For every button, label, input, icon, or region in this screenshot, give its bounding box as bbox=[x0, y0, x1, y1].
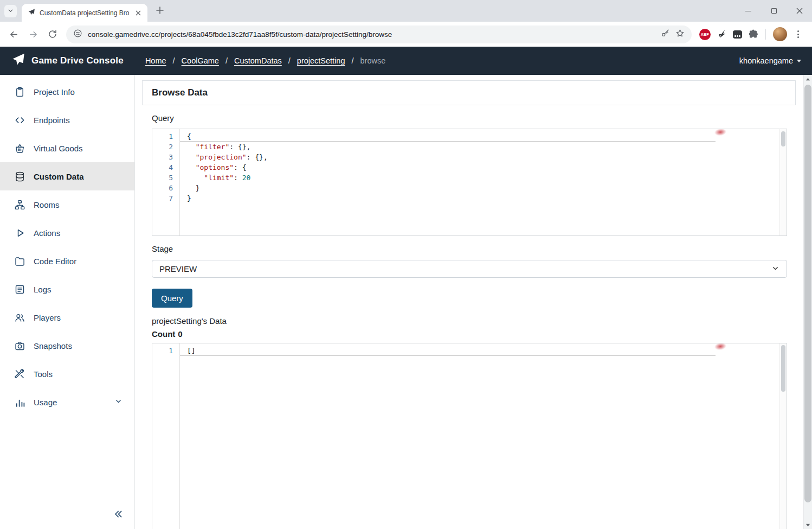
sidebar-item-endpoints[interactable]: Endpoints bbox=[0, 106, 134, 134]
sidebar-item-project-info[interactable]: Project Info bbox=[0, 78, 134, 106]
breadcrumb-separator: / bbox=[173, 56, 175, 65]
code-area[interactable]: { "filter": {}, "projection": {}, "optio… bbox=[180, 129, 779, 235]
collapse-sidebar-button[interactable] bbox=[111, 507, 126, 524]
tools-icon bbox=[14, 368, 25, 380]
sidebar-item-virtual-goods[interactable]: Virtual Goods bbox=[0, 134, 134, 162]
code-line: } bbox=[180, 183, 779, 193]
sidebar-item-custom-data[interactable]: Custom Data bbox=[0, 162, 134, 190]
editor-scrollbar[interactable] bbox=[779, 343, 787, 529]
stage-select[interactable]: PREVIEW bbox=[152, 260, 787, 278]
sidebar-item-usage[interactable]: Usage bbox=[0, 388, 134, 416]
sidebar-item-players[interactable]: Players bbox=[0, 303, 134, 332]
omnibox[interactable]: console.gamedrive.cc/projects/68a045fbde… bbox=[66, 26, 692, 43]
new-tab-button[interactable] bbox=[153, 3, 167, 17]
code-line: { bbox=[180, 131, 779, 142]
code-line: "projection": {}, bbox=[180, 152, 779, 162]
dark-extension-icon[interactable] bbox=[718, 29, 726, 40]
tab-close-button[interactable] bbox=[133, 8, 143, 18]
bookmark-star-icon[interactable] bbox=[675, 29, 685, 40]
browser-tab[interactable]: CustomData projectSetting Bro bbox=[22, 4, 147, 22]
breadcrumb-separator: / bbox=[225, 56, 228, 65]
sidebar-item-rooms[interactable]: Rooms bbox=[0, 190, 134, 219]
tab-favicon bbox=[28, 8, 35, 18]
window-controls bbox=[736, 0, 812, 22]
result-editor[interactable]: 1 [] bbox=[152, 343, 787, 529]
browser-titlebar: CustomData projectSetting Bro bbox=[0, 0, 812, 22]
reload-button[interactable] bbox=[43, 25, 62, 43]
breadcrumb-projectsetting[interactable]: projectSetting bbox=[297, 56, 345, 65]
minimize-button[interactable] bbox=[736, 0, 761, 22]
editor-scrollbar[interactable] bbox=[779, 129, 787, 235]
query-button[interactable]: Query bbox=[152, 289, 192, 308]
code-area[interactable]: [] bbox=[180, 343, 779, 529]
profile-avatar[interactable] bbox=[773, 27, 787, 41]
caret-down-icon bbox=[797, 60, 801, 62]
query-editor[interactable]: 1 2 3 4 5 6 7 { "filter": {}, "projectio… bbox=[152, 129, 787, 236]
breadcrumb-coolgame[interactable]: CoolGame bbox=[182, 56, 219, 65]
line-number: 1 bbox=[152, 131, 179, 142]
scroll-down-arrow-icon bbox=[805, 522, 810, 527]
extensions-area: ABP bbox=[697, 27, 808, 41]
count-row: Count0 bbox=[152, 329, 787, 339]
close-icon bbox=[796, 8, 803, 14]
database-icon bbox=[14, 171, 25, 182]
maximize-button[interactable] bbox=[761, 0, 787, 22]
editor-scroll-thumb[interactable] bbox=[781, 345, 785, 392]
sidebar: Project Info Endpoints Virtual Goods Cus… bbox=[0, 75, 135, 529]
line-number: 2 bbox=[152, 142, 179, 152]
breadcrumb-separator: / bbox=[352, 56, 354, 65]
sidebar-item-label: Rooms bbox=[34, 200, 60, 209]
line-number: 4 bbox=[152, 162, 179, 173]
brand-home-link[interactable]: Game Drive Console bbox=[11, 52, 124, 69]
scroll-down-button[interactable] bbox=[804, 520, 812, 529]
menu-extension-icon[interactable] bbox=[733, 30, 742, 39]
tab-search-button[interactable] bbox=[4, 5, 17, 17]
breadcrumb-customdatas[interactable]: CustomDatas bbox=[234, 56, 282, 65]
url-text[interactable]: console.gamedrive.cc/projects/68a045fbde… bbox=[88, 30, 655, 39]
basket-icon bbox=[14, 143, 25, 154]
chevron-down-icon bbox=[114, 397, 123, 407]
chevron-down-icon bbox=[771, 264, 779, 274]
page-scrollbar[interactable] bbox=[803, 75, 812, 529]
browser-toolbar: console.gamedrive.cc/projects/68a045fbde… bbox=[0, 22, 812, 47]
sidebar-item-tools[interactable]: Tools bbox=[0, 360, 134, 388]
sidebar-item-snapshots[interactable]: Snapshots bbox=[0, 332, 134, 360]
hierarchy-icon bbox=[14, 199, 25, 211]
breadcrumb-home[interactable]: Home bbox=[145, 56, 166, 65]
sidebar-item-label: Code Editor bbox=[34, 257, 76, 266]
extensions-puzzle-icon[interactable] bbox=[749, 29, 758, 40]
forward-arrow-icon bbox=[28, 29, 38, 40]
line-number: 1 bbox=[152, 346, 179, 356]
browser-menu-button[interactable] bbox=[794, 27, 802, 41]
brand-logo-icon bbox=[11, 52, 25, 69]
forward-button[interactable] bbox=[24, 25, 42, 43]
code-brackets-icon bbox=[14, 114, 25, 126]
password-key-icon[interactable] bbox=[661, 29, 670, 40]
site-info-icon[interactable] bbox=[73, 29, 82, 40]
editor-scroll-thumb[interactable] bbox=[781, 131, 785, 146]
scroll-up-arrow-icon bbox=[805, 77, 810, 82]
line-number: 5 bbox=[152, 173, 179, 183]
user-menu[interactable]: khonkaengame bbox=[739, 56, 801, 65]
sidebar-item-logs[interactable]: Logs bbox=[0, 275, 134, 303]
sidebar-item-label: Actions bbox=[34, 228, 60, 238]
editor-gutter: 1 bbox=[152, 343, 180, 529]
page-scroll-thumb[interactable] bbox=[804, 85, 811, 502]
sidebar-item-label: Project Info bbox=[34, 87, 75, 97]
stage-label: Stage bbox=[152, 244, 787, 253]
data-heading: projectSetting's Data bbox=[152, 316, 787, 326]
bar-chart-icon bbox=[14, 397, 25, 408]
sidebar-item-label: Snapshots bbox=[34, 341, 72, 350]
close-window-button[interactable] bbox=[787, 0, 812, 22]
page-title: Browse Data bbox=[142, 80, 796, 105]
abp-extension-icon[interactable]: ABP bbox=[699, 29, 711, 40]
scroll-up-button[interactable] bbox=[804, 75, 812, 84]
back-button[interactable] bbox=[4, 25, 23, 43]
sidebar-item-code-editor[interactable]: Code Editor bbox=[0, 247, 134, 275]
line-number: 7 bbox=[152, 193, 179, 203]
code-line: [] bbox=[180, 346, 779, 356]
code-line: "filter": {}, bbox=[180, 142, 779, 152]
main-content: Browse Data Query 1 2 3 4 5 6 7 { "filte… bbox=[135, 75, 803, 529]
sidebar-item-actions[interactable]: Actions bbox=[0, 219, 134, 247]
sidebar-item-label: Custom Data bbox=[34, 172, 84, 181]
